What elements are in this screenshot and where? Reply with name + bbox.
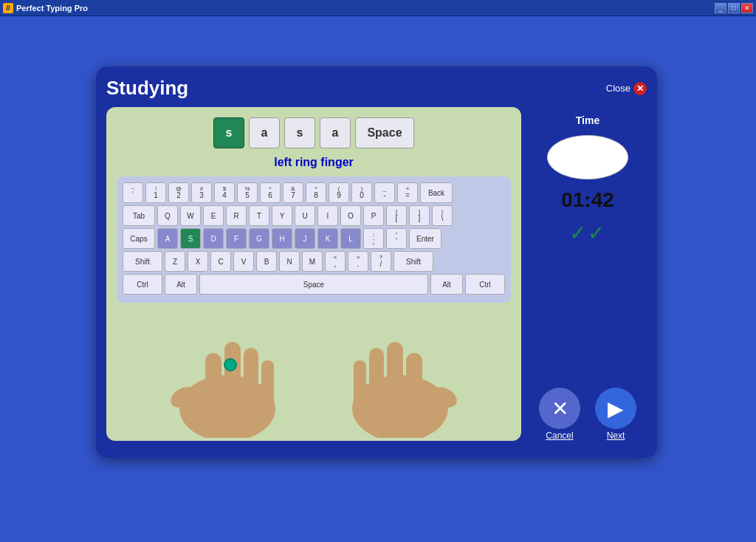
key-k-kb[interactable]: K <box>317 228 338 249</box>
close-button[interactable]: Close ✕ <box>606 82 647 95</box>
btn-row: ✕ Cancel ▶ Next <box>539 388 636 441</box>
cancel-button[interactable]: ✕ <box>539 388 580 429</box>
key-r[interactable]: R <box>226 205 247 226</box>
time-label: Time <box>576 114 599 126</box>
right-hand <box>334 320 467 438</box>
key-display-row: s a s a Space <box>117 117 511 148</box>
svg-rect-3 <box>224 342 241 408</box>
svg-rect-2 <box>205 353 221 408</box>
next-label: Next <box>607 430 625 441</box>
key-i[interactable]: I <box>317 205 338 226</box>
key-z[interactable]: Z <box>165 251 185 272</box>
key-j-kb[interactable]: J <box>295 228 315 249</box>
kb-row-3: Caps A S D F G H J K L :; "' Enter <box>123 228 505 249</box>
key-2[interactable]: @2 <box>168 182 189 203</box>
key-bracket-left[interactable]: {[ <box>386 205 407 226</box>
key-comma[interactable]: <, <box>325 251 346 272</box>
key-y[interactable]: Y <box>272 205 292 226</box>
svg-rect-8 <box>406 353 422 408</box>
right-panel: Time 01:42 ✓✓ ✕ Cancel ▶ Next <box>529 107 647 441</box>
key-alt-right[interactable]: Alt <box>430 274 463 295</box>
key-quote[interactable]: "' <box>386 228 407 249</box>
key-minus[interactable]: _- <box>374 182 395 203</box>
app-title: Perfect Typing Pro <box>16 4 88 13</box>
key-backslash[interactable]: |\ <box>432 205 453 226</box>
key-shift-right[interactable]: Shift <box>394 251 433 272</box>
cancel-container: ✕ Cancel <box>539 388 580 441</box>
svg-rect-9 <box>387 342 403 408</box>
key-slash[interactable]: ?/ <box>371 251 391 272</box>
close-x-icon: ✕ <box>633 82 647 95</box>
key-a-kb[interactable]: A <box>157 228 178 249</box>
key-5[interactable]: %5 <box>237 182 258 203</box>
key-h-kb[interactable]: H <box>272 228 292 249</box>
key-7[interactable]: &7 <box>283 182 303 203</box>
key-enter[interactable]: Enter <box>409 228 441 249</box>
kb-row-5: Ctrl Alt Space Alt Ctrl <box>123 274 505 295</box>
app-icon: // <box>3 3 13 13</box>
key-4[interactable]: $4 <box>214 182 235 203</box>
key-q[interactable]: Q <box>157 205 178 226</box>
key-6[interactable]: ^6 <box>260 182 281 203</box>
next-container: ▶ Next <box>595 388 636 441</box>
key-spacebar[interactable]: Space <box>199 274 428 295</box>
key-w[interactable]: W <box>180 205 201 226</box>
key-o[interactable]: O <box>340 205 361 226</box>
next-button[interactable]: ▶ <box>595 388 636 429</box>
key-f-kb[interactable]: F <box>226 228 247 249</box>
key-b[interactable]: B <box>256 251 277 272</box>
key-semicolon[interactable]: :; <box>363 228 384 249</box>
svg-rect-10 <box>369 348 384 408</box>
close-titlebar-button[interactable]: ✕ <box>741 3 753 13</box>
key-s-2: s <box>284 117 315 148</box>
kb-row-2: Tab Q W E R T Y U I O P {[ }] |\ <box>123 205 505 226</box>
key-x[interactable]: X <box>188 251 208 272</box>
svg-rect-11 <box>354 360 366 408</box>
key-8[interactable]: *8 <box>306 182 326 203</box>
key-9[interactable]: (9 <box>329 182 349 203</box>
bottom-buttons: ✕ Cancel ▶ Next <box>539 388 636 441</box>
keyboard: ~` !1 @2 #3 $4 %5 ^6 &7 *8 (9 )0 _- += B… <box>117 176 511 303</box>
hands-area <box>117 310 511 430</box>
key-n[interactable]: N <box>279 251 300 272</box>
key-t[interactable]: T <box>249 205 269 226</box>
key-g-kb[interactable]: G <box>249 228 269 249</box>
key-s-kb[interactable]: S <box>180 228 201 249</box>
key-p[interactable]: P <box>363 205 384 226</box>
title-bar-left: // Perfect Typing Pro <box>3 3 88 13</box>
key-period[interactable]: >. <box>348 251 368 272</box>
key-ctrl-left[interactable]: Ctrl <box>123 274 162 295</box>
maximize-button[interactable]: □ <box>728 3 740 13</box>
key-tab[interactable]: Tab <box>123 205 155 226</box>
key-v[interactable]: V <box>233 251 254 272</box>
key-d-kb[interactable]: D <box>203 228 224 249</box>
key-bracket-right[interactable]: }] <box>409 205 430 226</box>
key-shift-left[interactable]: Shift <box>123 251 162 272</box>
window-header: Studying Close ✕ <box>106 77 647 100</box>
key-c[interactable]: C <box>210 251 231 272</box>
key-e[interactable]: E <box>203 205 224 226</box>
minimize-button[interactable]: _ <box>715 3 726 13</box>
checkmarks: ✓✓ <box>569 221 606 245</box>
key-l-kb[interactable]: L <box>340 228 361 249</box>
kb-row-1: ~` !1 @2 #3 $4 %5 ^6 &7 *8 (9 )0 _- += B… <box>123 182 505 203</box>
key-0[interactable]: )0 <box>351 182 372 203</box>
key-equals[interactable]: += <box>397 182 418 203</box>
key-caps[interactable]: Caps <box>123 228 155 249</box>
key-space: Space <box>355 117 414 148</box>
kb-row-4: Shift Z X C V B N M <, >. ?/ Shift <box>123 251 505 272</box>
key-ctrl-right[interactable]: Ctrl <box>465 274 505 295</box>
key-backtick[interactable]: ~` <box>123 182 143 203</box>
key-alt-left[interactable]: Alt <box>165 274 197 295</box>
title-bar: // Perfect Typing Pro _ □ ✕ <box>0 0 756 16</box>
svg-rect-4 <box>244 348 258 408</box>
svg-rect-5 <box>261 360 274 408</box>
key-backspace[interactable]: Back <box>420 182 453 203</box>
key-s-active: s <box>213 117 244 148</box>
key-m[interactable]: M <box>302 251 323 272</box>
cancel-label: Cancel <box>546 430 573 441</box>
key-1[interactable]: !1 <box>145 182 166 203</box>
app-window: Studying Close ✕ s a s a Space left ring… <box>96 66 657 458</box>
key-u[interactable]: U <box>295 205 315 226</box>
key-3[interactable]: #3 <box>191 182 212 203</box>
